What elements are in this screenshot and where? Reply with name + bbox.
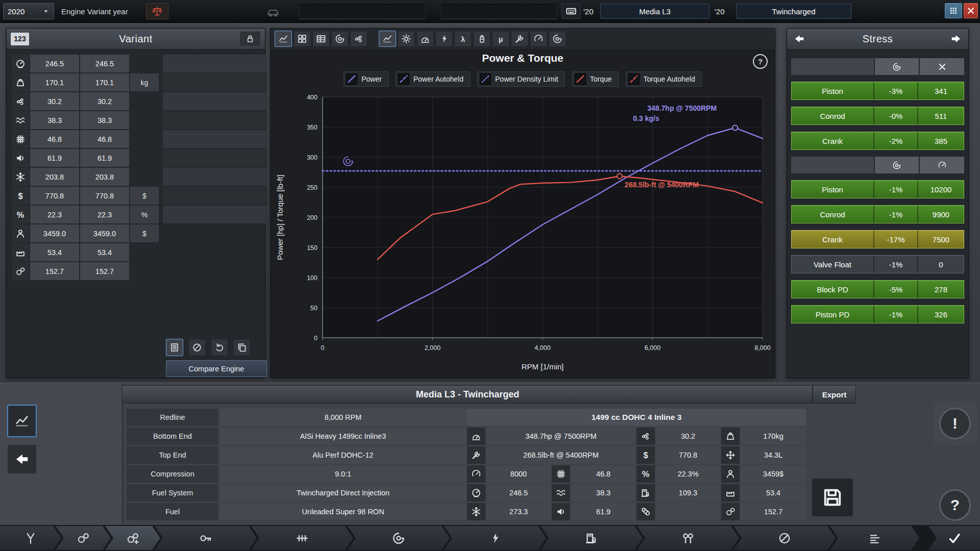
variant-row-icon-cell	[12, 262, 29, 280]
loudness-icon	[15, 153, 26, 163]
close-button[interactable]	[964, 3, 978, 18]
toolbar-graph-view[interactable]	[275, 31, 292, 47]
toolbar-boost-graph[interactable]	[549, 31, 566, 47]
top-bar: 2020 Engine Variant year '20 Media L3 '2…	[0, 0, 980, 23]
tab-fuel-system[interactable]	[541, 526, 643, 550]
svg-text:0.3 kg/s: 0.3 kg/s	[633, 114, 659, 122]
legend-swatch-icon	[480, 73, 491, 85]
tab-confirm[interactable]	[928, 526, 980, 550]
summary-left-column	[0, 383, 123, 525]
notes-button[interactable]	[166, 339, 183, 356]
help-button[interactable]: ?	[753, 54, 768, 69]
loudness-icon	[556, 507, 566, 517]
svg-text:50: 50	[310, 305, 317, 312]
help-circle-button[interactable]: ?	[939, 489, 971, 521]
clone-button[interactable]	[233, 339, 251, 356]
dyno-panel: λµ Power & Torque ? PowerPower AutoheldP…	[270, 28, 775, 378]
tab-results[interactable]	[830, 526, 919, 550]
search-field-1[interactable]	[299, 4, 426, 19]
toolbar-table-view[interactable]	[312, 31, 330, 47]
bore-stroke-icon	[199, 532, 212, 545]
empty-compare-row	[163, 187, 267, 205]
rename-button[interactable]	[561, 4, 580, 19]
toolbar-rpm-graph[interactable]	[530, 31, 547, 47]
legend-power-autoheld[interactable]: Power Autoheld	[396, 71, 470, 87]
toolbar-heat-graph[interactable]	[398, 31, 415, 47]
variant-row-icon-cell	[12, 92, 29, 110]
variant-value-current: 22.3	[30, 206, 79, 223]
tab-family[interactable]	[0, 526, 61, 550]
svg-text:8,000: 8,000	[754, 344, 770, 352]
next-panel-button[interactable]	[944, 29, 968, 49]
toolbar-power-torque-graph[interactable]	[379, 31, 396, 47]
engine-variant-year-dropdown[interactable]: 2020	[3, 3, 54, 19]
legend-swatch-icon	[398, 73, 409, 85]
toolbar-fuel-graph[interactable]	[473, 31, 491, 47]
stress-value: 511	[917, 107, 964, 124]
family-name-field[interactable]: Media L3	[600, 4, 709, 19]
undo-button[interactable]	[211, 339, 228, 356]
variant-row-icon-cell: $	[12, 187, 29, 205]
stress-row-piston-pd: Piston PD-1%326	[791, 305, 964, 323]
search-field-2[interactable]	[440, 4, 557, 19]
tab-exhaust[interactable]	[637, 526, 739, 550]
stat-loudness: 61.9	[571, 503, 635, 520]
dyno-toolbar: λµ	[271, 29, 775, 49]
empty-compare-row	[163, 206, 267, 223]
variant-count-badge[interactable]: 123	[11, 33, 29, 45]
variant-value-current: 770.8	[30, 187, 79, 205]
toolbar-afr-graph[interactable]: λ	[454, 31, 472, 47]
spec-row-top-end: Top EndAlu Perf DOHC-12	[127, 446, 467, 464]
stat-belt	[656, 503, 720, 520]
lock-icon	[246, 34, 255, 43]
prev-panel-button[interactable]	[787, 29, 812, 49]
compare-scales-button[interactable]	[146, 3, 168, 19]
warning-button[interactable]: !	[939, 408, 971, 439]
variant-name-field[interactable]: Twincharged	[736, 4, 851, 19]
disable-button[interactable]	[188, 339, 206, 356]
variant-row-smoothness: 38.338.3	[12, 111, 159, 129]
legend-torque[interactable]: Torque	[572, 71, 619, 87]
tab-ignition[interactable]	[444, 526, 546, 550]
stress-row-crank: Crank-2%385	[791, 132, 964, 150]
compare-engine-button[interactable]: Compare Engine	[166, 360, 267, 377]
variant-value-compare: 22.3	[80, 206, 129, 223]
back-arrow-icon	[14, 452, 30, 467]
toolbar-gauge-graph[interactable]	[416, 31, 434, 47]
legend-power-density-limit[interactable]: Power Density Limit	[477, 71, 565, 87]
toolbar-friction-graph[interactable]: µ	[492, 31, 509, 47]
lock-button[interactable]	[239, 31, 261, 46]
stat-icon-cell	[552, 484, 570, 502]
weight-icon	[15, 78, 26, 88]
legend-torque-autoheld[interactable]: Torque Autoheld	[626, 71, 702, 87]
toolbar-service-graph[interactable]	[511, 31, 528, 47]
dyno-view-button[interactable]	[7, 405, 37, 437]
save-button[interactable]	[812, 478, 853, 517]
tab-testing[interactable]	[733, 526, 836, 550]
menu-grid-button[interactable]	[945, 3, 962, 18]
tab-bottom-end[interactable]	[56, 526, 111, 550]
stat-icon-cell	[636, 428, 655, 445]
toolbar-ignition-graph[interactable]	[435, 31, 453, 47]
spec-row-fuel-system: Fuel SystemTwincharged Direct Injection	[127, 484, 467, 502]
stress-label: Crank	[792, 132, 873, 149]
toolbar-split-view[interactable]	[293, 31, 311, 47]
stress-percent: -5%	[873, 281, 917, 298]
stat-icon-cell	[636, 484, 655, 502]
svg-text:%: %	[642, 469, 650, 479]
back-button[interactable]	[7, 444, 37, 474]
empty-compare-row	[163, 168, 267, 186]
keyboard-icon	[566, 6, 577, 17]
export-button[interactable]: Export	[812, 386, 855, 403]
tab-bore-stroke[interactable]	[155, 526, 257, 550]
tab-top-end[interactable]	[105, 526, 160, 550]
tab-aspiration[interactable]	[348, 526, 450, 550]
legend-label: Power Autoheld	[413, 75, 463, 83]
tab-pistons[interactable]	[251, 526, 353, 550]
production-units-icon	[15, 247, 26, 258]
toolbar-boost-view[interactable]	[331, 31, 349, 47]
legend-label: Power Density Limit	[495, 75, 558, 83]
legend-power[interactable]: Power	[344, 71, 388, 87]
toolbar-airflow-view[interactable]	[350, 31, 368, 47]
graph-toolbar: λµ	[379, 31, 566, 47]
